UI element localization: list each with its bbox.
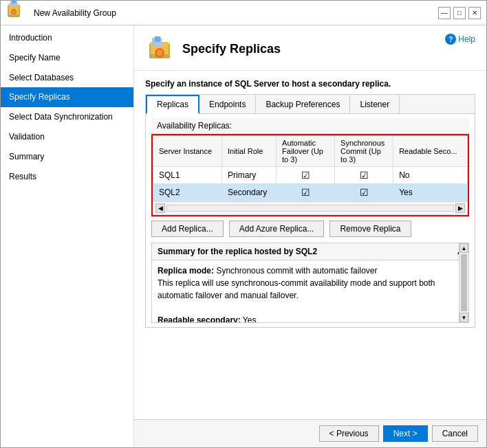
tab-replicas-content: Availability Replicas: Server Instance I…: [146, 114, 475, 327]
sidebar-item-specify-replicas[interactable]: Specify Replicas: [1, 87, 133, 107]
horizontal-scrollbar[interactable]: ◀ ▶: [153, 201, 468, 215]
cell-readable-secondary-sql2: Yes: [393, 184, 468, 201]
tabs-row: Replicas Endpoints Backup Preferences Li…: [146, 95, 475, 114]
help-icon: ?: [445, 34, 456, 45]
tab-backup-preferences[interactable]: Backup Preferences: [256, 95, 350, 113]
replicas-table-outer: Server Instance Initial Role Automatic F…: [151, 134, 469, 216]
col-automatic-failover: Automatic Failover (Up to 3): [277, 136, 335, 167]
action-buttons: Add Replica... Add Azure Replica... Remo…: [151, 221, 469, 237]
add-azure-replica-button[interactable]: Add Azure Replica...: [229, 221, 325, 237]
window-title: New Availability Group: [34, 8, 438, 18]
summary-scroll-down[interactable]: ▼: [459, 313, 468, 322]
footer: < Previous Next > Cancel: [134, 419, 486, 447]
summary-title: Summary for the replica hosted by SQL2: [158, 247, 317, 256]
tab-replicas[interactable]: Replicas: [146, 95, 199, 114]
previous-button[interactable]: < Previous: [319, 425, 379, 442]
page-title-area: Specify Replicas: [145, 34, 281, 65]
remove-replica-button[interactable]: Remove Replica: [329, 221, 411, 237]
page-header: Specify Replicas ? Help: [134, 25, 486, 71]
main-content: Specify an instance of SQL Server to hos…: [134, 71, 486, 419]
summary-body: Replica mode: Synchronous commit with au…: [152, 260, 468, 322]
page-title: Specify Replicas: [182, 42, 281, 56]
instruction-text: Specify an instance of SQL Server to hos…: [145, 79, 475, 89]
cell-readable-secondary-sql1: No: [393, 167, 468, 184]
replica-mode-value: Synchronous commit with automatic failov…: [216, 266, 377, 276]
main-panel: Specify Replicas ? Help Specify an insta…: [134, 25, 486, 447]
cell-initial-role-sql1: Primary: [221, 167, 276, 184]
maximize-button[interactable]: □: [453, 7, 466, 19]
summary-scroll-up[interactable]: ▲: [459, 243, 468, 253]
cell-server-instance-sql1: SQL1: [153, 167, 222, 184]
col-initial-role: Initial Role: [221, 136, 276, 167]
table-row[interactable]: SQL1 Primary ☑ ☑ No: [153, 167, 468, 184]
summary-scrollbar[interactable]: ▲ ▼: [459, 243, 468, 322]
col-synchronous-commit: Synchronous Commit (Up to 3): [335, 136, 393, 167]
sidebar: Introduction Specify Name Select Databas…: [1, 25, 134, 447]
cancel-button[interactable]: Cancel: [432, 425, 478, 442]
table-scroll[interactable]: Server Instance Initial Role Automatic F…: [153, 135, 468, 201]
main-window: New Availability Group — □ ✕ Introductio…: [0, 0, 487, 448]
add-replica-button[interactable]: Add Replica...: [151, 221, 224, 237]
svg-rect-9: [155, 36, 160, 42]
replicas-table: Server Instance Initial Role Automatic F…: [153, 135, 468, 201]
sidebar-item-results[interactable]: Results: [1, 167, 133, 187]
svg-rect-3: [12, 0, 16, 3]
sidebar-item-specify-name[interactable]: Specify Name: [1, 48, 133, 68]
readable-secondary-label: Readable secondary:: [158, 315, 241, 322]
sidebar-item-select-data-sync[interactable]: Select Data Synchronization: [1, 107, 133, 127]
cell-initial-role-sql2: Secondary: [221, 184, 276, 201]
svg-point-11: [157, 50, 163, 56]
svg-point-5: [12, 10, 16, 13]
cell-server-instance-sql2: SQL2: [153, 184, 222, 201]
summary-box: Summary for the replica hosted by SQL2 ▲…: [151, 243, 469, 323]
scroll-right-arrow[interactable]: ▶: [455, 203, 465, 213]
col-readable-secondary: Readable Seco...: [393, 136, 468, 167]
cell-sync-commit-sql1[interactable]: ☑: [335, 167, 393, 184]
scroll-left-arrow[interactable]: ◀: [155, 203, 165, 213]
sidebar-item-validation[interactable]: Validation: [1, 127, 133, 147]
help-link[interactable]: ? Help: [445, 34, 475, 45]
sidebar-item-introduction[interactable]: Introduction: [1, 28, 133, 48]
tab-listener[interactable]: Listener: [350, 95, 400, 113]
summary-scroll-thumb[interactable]: [461, 254, 467, 311]
cell-sync-commit-sql2[interactable]: ☑: [335, 184, 393, 201]
minimize-button[interactable]: —: [438, 7, 451, 19]
sidebar-item-summary[interactable]: Summary: [1, 147, 133, 167]
col-server-instance: Server Instance: [153, 136, 222, 167]
replica-mode-desc: This replica will use synchronous-commit…: [158, 278, 435, 300]
close-button[interactable]: ✕: [468, 7, 481, 19]
window-controls: — □ ✕: [438, 7, 481, 19]
title-bar: New Availability Group — □ ✕: [1, 1, 486, 25]
page-header-icon: [145, 34, 174, 65]
next-button[interactable]: Next >: [383, 425, 428, 442]
availability-replicas-label: Availability Replicas:: [151, 118, 469, 134]
help-text: Help: [458, 34, 475, 44]
cell-auto-failover-sql2[interactable]: ☑: [277, 184, 335, 201]
cell-auto-failover-sql1[interactable]: ☑: [277, 167, 335, 184]
tabs-container: Replicas Endpoints Backup Preferences Li…: [145, 94, 475, 328]
tab-endpoints[interactable]: Endpoints: [199, 95, 256, 113]
scrollbar-track[interactable]: [166, 205, 454, 212]
app-icon: [6, 0, 34, 27]
summary-header: Summary for the replica hosted by SQL2 ▲: [152, 243, 468, 260]
readable-secondary-value: Yes: [243, 315, 257, 322]
table-row[interactable]: SQL2 Secondary ☑ ☑ Yes: [153, 184, 468, 201]
replica-mode-label: Replica mode:: [158, 266, 214, 276]
sidebar-item-select-databases[interactable]: Select Databases: [1, 68, 133, 88]
